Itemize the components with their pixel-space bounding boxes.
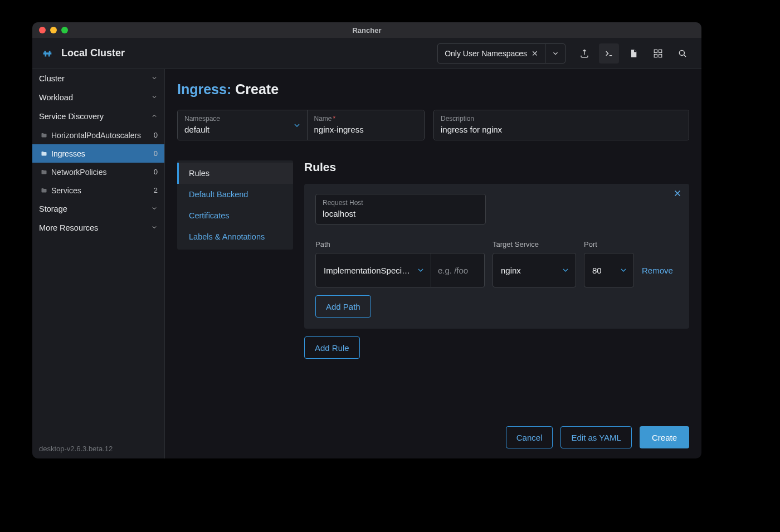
top-fields: Namespace default Name * nginx-ingress — [177, 110, 689, 140]
minimize-window-icon[interactable] — [50, 27, 57, 33]
sidebar-item-label: NetworkPolicies — [51, 168, 154, 177]
svg-rect-1 — [659, 50, 662, 52]
sidebar-group-more-resources[interactable]: More Resources — [32, 218, 164, 237]
svg-point-4 — [679, 50, 684, 55]
remove-path-link[interactable]: Remove — [642, 266, 673, 275]
sidebar-item-count: 0 — [154, 168, 158, 176]
path-type-select[interactable]: ImplementationSpeci… — [315, 253, 431, 287]
search-icon[interactable] — [670, 41, 695, 66]
page-title-resource: Ingress: — [177, 81, 231, 97]
tab-labels-annotations[interactable]: Labels & Annotations — [179, 226, 293, 247]
page-title: Ingress: Create — [177, 81, 689, 97]
sidebar-item-hpa[interactable]: HorizontalPodAutoscalers 0 — [32, 126, 164, 144]
folder-icon — [40, 187, 48, 194]
import-icon[interactable] — [572, 41, 597, 66]
name-value: nginx-ingress — [314, 125, 418, 134]
close-window-icon[interactable] — [39, 27, 46, 33]
namespace-filter-chip: Only User Namespaces ✕ — [438, 44, 545, 63]
svg-rect-0 — [654, 50, 657, 52]
sidebar-item-ingresses[interactable]: Ingresses 0 — [32, 144, 164, 163]
sidebar-item-label: Services — [51, 186, 154, 195]
rules-panel: Rules Request Host localhost Path Target… — [304, 160, 689, 359]
chevron-up-icon — [151, 112, 158, 121]
request-host-field[interactable]: Request Host localhost — [315, 194, 486, 224]
tab-certificates[interactable]: Certificates — [179, 205, 293, 226]
rule-card: Request Host localhost Path Target Servi… — [304, 184, 689, 329]
sidebar-item-networkpolicies[interactable]: NetworkPolicies 0 — [32, 163, 164, 181]
rules-heading: Rules — [304, 160, 689, 174]
description-label: Description — [441, 115, 682, 123]
sidebar-group-workload[interactable]: Workload — [32, 88, 164, 107]
add-path-button[interactable]: Add Path — [315, 295, 371, 318]
sidebar-group-label: Workload — [39, 93, 73, 102]
target-service-value: nginx — [501, 266, 521, 275]
shell-icon[interactable] — [599, 43, 619, 64]
tab-default-backend[interactable]: Default Backend — [179, 184, 293, 205]
name-field[interactable]: Name * nginx-ingress — [307, 110, 425, 140]
path-placeholder: e.g. /foo — [438, 266, 468, 275]
add-rule-button[interactable]: Add Rule — [304, 336, 360, 359]
cancel-button[interactable]: Cancel — [506, 426, 553, 448]
kubeconfig-icon[interactable] — [646, 41, 670, 66]
close-icon[interactable] — [672, 188, 682, 200]
col-target-service: Target Service — [493, 240, 576, 248]
sidebar-group-cluster[interactable]: Cluster — [32, 69, 164, 88]
sidebar-group-label: More Resources — [39, 223, 98, 232]
port-value: 80 — [592, 266, 602, 275]
page-title-action: Create — [235, 81, 279, 97]
description-group: Description ingress for nginx — [433, 110, 689, 140]
chevron-down-icon — [619, 266, 628, 275]
sidebar: Cluster Workload Service Discovery Horiz… — [32, 69, 165, 458]
target-service-select[interactable]: nginx — [493, 253, 576, 287]
path-type-value: ImplementationSpeci… — [324, 266, 410, 275]
col-port: Port — [584, 240, 634, 248]
rule-row: ImplementationSpeci… e.g. /foo nginx — [315, 253, 678, 287]
namespace-value: default — [184, 125, 288, 134]
port-select[interactable]: 80 — [584, 253, 634, 287]
col-path: Path — [315, 240, 485, 248]
sidebar-item-label: HorizontalPodAutoscalers — [51, 131, 154, 140]
path-group: ImplementationSpeci… e.g. /foo — [315, 253, 485, 287]
sidebar-item-label: Ingresses — [51, 149, 154, 158]
request-host-value: localhost — [323, 209, 479, 218]
content-row: Rules Default Backend Certificates Label… — [177, 160, 689, 409]
namespace-name-group: Namespace default Name * nginx-ingress — [177, 110, 425, 140]
namespace-filter-dropdown[interactable] — [545, 44, 565, 63]
svg-rect-2 — [654, 54, 657, 57]
namespace-field[interactable]: Namespace default — [178, 110, 307, 140]
window-title: Rancher — [32, 26, 701, 35]
file-icon[interactable] — [621, 41, 646, 66]
sidebar-item-count: 2 — [154, 186, 158, 194]
required-indicator: * — [333, 115, 336, 123]
folder-icon — [40, 169, 48, 175]
app-body: Cluster Workload Service Discovery Horiz… — [32, 69, 701, 458]
namespace-filter-label: Only User Namespaces — [445, 49, 527, 58]
sidebar-group-label: Service Discovery — [39, 112, 104, 121]
chevron-down-icon — [416, 266, 425, 275]
chevron-down-icon — [292, 121, 301, 130]
sidebar-group-label: Cluster — [39, 74, 65, 83]
namespace-filter[interactable]: Only User Namespaces ✕ — [437, 43, 566, 64]
sidebar-item-services[interactable]: Services 2 — [32, 181, 164, 199]
chevron-down-icon — [561, 266, 570, 275]
svg-rect-3 — [659, 54, 662, 57]
edit-as-yaml-button[interactable]: Edit as YAML — [560, 426, 632, 448]
folder-icon — [40, 132, 48, 139]
description-value: ingress for nginx — [441, 125, 682, 134]
chevron-down-icon — [151, 204, 158, 213]
cluster-name: Local Cluster — [61, 47, 125, 59]
create-button[interactable]: Create — [640, 426, 689, 448]
sidebar-item-count: 0 — [154, 131, 158, 139]
side-tabs: Rules Default Backend Certificates Label… — [177, 160, 293, 250]
sidebar-group-service-discovery[interactable]: Service Discovery — [32, 107, 164, 126]
path-input[interactable]: e.g. /foo — [431, 253, 485, 287]
main-content: Ingress: Create Namespace default Name * — [165, 69, 701, 458]
namespace-label: Namespace — [184, 115, 288, 123]
sidebar-group-storage[interactable]: Storage — [32, 199, 164, 218]
description-field[interactable]: Description ingress for nginx — [434, 110, 689, 140]
namespace-filter-clear-icon[interactable]: ✕ — [532, 49, 538, 58]
rule-row-labels: Path Target Service Port — [315, 240, 678, 248]
tab-rules[interactable]: Rules — [177, 163, 293, 184]
maximize-window-icon[interactable] — [61, 27, 68, 33]
name-label: Name * — [314, 115, 418, 123]
